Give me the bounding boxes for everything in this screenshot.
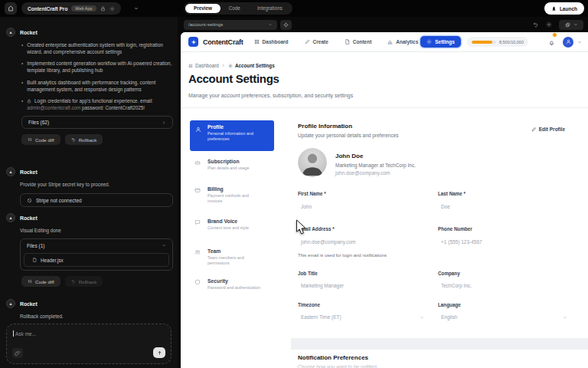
- tab-integrations[interactable]: Integrations: [249, 4, 291, 13]
- tab-description: Payment methods and invoices: [207, 193, 261, 205]
- paperclip-icon: [15, 350, 21, 356]
- window-controls[interactable]: [559, 20, 583, 30]
- tab-code[interactable]: Code: [220, 4, 249, 13]
- settings-icon[interactable]: [546, 21, 552, 28]
- field-value-phone[interactable]: +1 (555) 123-4567: [441, 239, 482, 245]
- tab-label: Team: [207, 248, 274, 254]
- refresh-icon[interactable]: [533, 21, 539, 28]
- tab-profile-active[interactable]: Profile Personal information and prefere…: [190, 120, 274, 151]
- field-label-job-title: Job Title: [298, 271, 318, 276]
- tab-billing[interactable]: Billing Payment methods and invoices: [190, 186, 274, 205]
- page-subtitle: Manage your account preferences, subscri…: [188, 93, 353, 98]
- bullet-dot: •: [21, 79, 23, 93]
- app-header: ContentCraft Dashboard Create Content An…: [181, 32, 588, 52]
- tab-label: Security: [207, 278, 274, 284]
- tab-description: Content tone and style: [207, 225, 261, 231]
- bullet-text: Created enterprise authentication system…: [27, 41, 173, 55]
- tab-brand-voice[interactable]: Brand Voice Content tone and style: [190, 219, 274, 231]
- tab-subscription[interactable]: Subscription Plan details and usage: [190, 159, 274, 171]
- breadcrumb-label: Account Settings: [235, 63, 275, 68]
- breadcrumb: Dashboard › Account Settings: [188, 63, 275, 68]
- send-button[interactable]: [153, 347, 165, 358]
- file-item[interactable]: Header.jsx: [24, 253, 169, 267]
- launch-label: Launch: [560, 6, 577, 12]
- page-title: Account Settings: [188, 72, 279, 85]
- stripe-status-button[interactable]: Stripe not connected: [20, 193, 173, 207]
- nav-item-settings-active[interactable]: Settings: [420, 36, 461, 48]
- open-external-icon: [565, 22, 570, 28]
- preview-toolbar: /account-settings: [181, 17, 588, 32]
- nav-label: Analytics: [396, 39, 418, 44]
- files-accordion[interactable]: Files (62): [21, 116, 173, 129]
- message-text: Rollback completed.: [20, 313, 173, 320]
- files-accordion-header[interactable]: Files (1): [21, 239, 172, 251]
- document-icon: [345, 39, 350, 44]
- people-icon: [194, 249, 201, 255]
- gear-icon[interactable]: [109, 6, 115, 12]
- chat-input[interactable]: Ask me...: [6, 324, 172, 364]
- screen: ContentCraft Pro Web App Preview Code In…: [0, 0, 588, 368]
- project-type-badge: Web App: [71, 5, 96, 12]
- brand-name: ContentCraft: [203, 38, 243, 46]
- route-path: /account-settings: [188, 22, 223, 27]
- chat-message: ▲ Rocket Rollback completed.: [6, 299, 173, 320]
- nav-item-create[interactable]: Create: [305, 39, 328, 44]
- tab-description: Plan details and usage: [207, 166, 261, 171]
- nav-item-content[interactable]: Content: [345, 39, 372, 44]
- project-selector[interactable]: ContentCraft Pro Web App: [21, 2, 121, 15]
- field-value-last-name[interactable]: Doe: [441, 204, 450, 209]
- rollback-button[interactable]: Rollback: [65, 276, 103, 287]
- tab-security[interactable]: Security Password and authentication: [190, 278, 274, 291]
- field-label-timezone: Timezone: [298, 302, 320, 307]
- field-value-job-title[interactable]: Marketing Manager: [301, 283, 344, 288]
- field-label-last-name: Last Name *: [438, 191, 466, 196]
- grid-icon: [188, 64, 193, 68]
- project-chevron-down-icon[interactable]: [133, 5, 139, 12]
- credentials-prefix: Login credentials for app's functional e…: [34, 98, 153, 104]
- field-value-email[interactable]: john.doe@company.com: [301, 239, 356, 245]
- code-diff-button[interactable]: Code diff: [21, 276, 60, 287]
- inspect-button[interactable]: [280, 20, 292, 30]
- language-select[interactable]: English: [441, 314, 457, 320]
- chevron-down-icon: [162, 243, 166, 248]
- edit-profile-button[interactable]: Edit Profile: [531, 127, 565, 132]
- profile-name: John Doe: [335, 153, 363, 159]
- home-button[interactable]: [5, 2, 17, 15]
- route-selector[interactable]: /account-settings: [184, 20, 277, 30]
- rollback-icon: [71, 137, 76, 142]
- chevron-right-icon: [162, 120, 166, 125]
- bullet-text: Built analytics dashboard with performan…: [27, 79, 173, 93]
- chevron-down-icon[interactable]: [563, 315, 567, 320]
- tab-team[interactable]: Team Team members and permissions: [190, 248, 274, 267]
- field-value-company[interactable]: TechCorp Inc.: [441, 283, 472, 288]
- user-avatar[interactable]: [563, 37, 573, 48]
- text-caret: [13, 330, 14, 337]
- bot-avatar: ▲: [6, 167, 15, 176]
- file-icon: [32, 258, 37, 262]
- profile-email: john.doe@company.com: [335, 170, 390, 176]
- section-subtitle: Update your personal details and prefere…: [298, 133, 399, 138]
- field-label-phone: Phone Number: [438, 226, 472, 232]
- attach-button[interactable]: [12, 348, 23, 358]
- notifications-button[interactable]: [548, 35, 555, 49]
- tab-preview[interactable]: Preview: [185, 4, 220, 13]
- chevron-down-icon: [573, 22, 578, 27]
- breadcrumb-dashboard[interactable]: Dashboard: [188, 63, 219, 68]
- bullet-text: Implemented content generation workflow …: [27, 60, 173, 74]
- nav-item-analytics[interactable]: Analytics: [387, 39, 418, 44]
- timezone-select[interactable]: Eastern Time (ET): [301, 314, 341, 320]
- usage-fill: [472, 41, 493, 44]
- code-diff-button[interactable]: Code diff: [21, 134, 60, 145]
- pencil-icon: [531, 127, 537, 132]
- launch-button[interactable]: Launch: [544, 2, 584, 15]
- gear-icon: [228, 64, 233, 68]
- rollback-label: Rollback: [79, 279, 97, 284]
- nav-item-dashboard[interactable]: Dashboard: [254, 39, 289, 44]
- chevron-down-icon[interactable]: [420, 315, 424, 320]
- message-bullets: •Created enterprise authentication syste…: [21, 41, 173, 111]
- notification-badge: [552, 32, 557, 38]
- bot-avatar: ▲: [6, 28, 15, 37]
- rollback-button[interactable]: Rollback: [65, 134, 103, 145]
- field-value-first-name[interactable]: John: [301, 204, 312, 209]
- chevron-down-icon[interactable]: [577, 40, 582, 44]
